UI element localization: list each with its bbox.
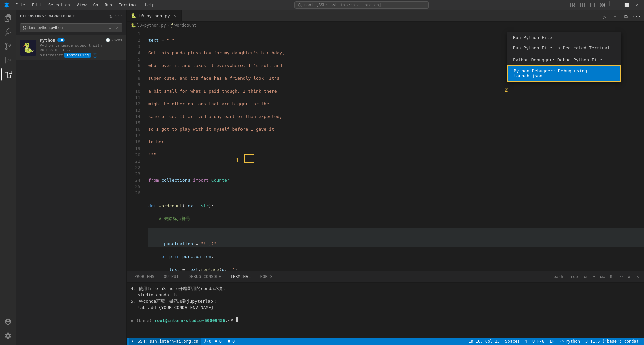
more-actions-editor-button[interactable]: ···	[632, 12, 641, 21]
line-numbers: 1 2 3 4 5 6 7 8 9 10 11 12 13 14 15 16 1…	[127, 29, 143, 271]
terminal-split-button[interactable]: ⊟	[582, 273, 589, 280]
close-button[interactable]: ✕	[632, 1, 641, 9]
dropdown-debug-python[interactable]: Python Debugger: Debug Python File	[507, 55, 621, 65]
terminal-layout-button[interactable]: ⊟⊟	[599, 273, 606, 280]
ssh-label: SSH: ssh.intern-ai.org.cn	[138, 339, 198, 344]
terminal-line-5: lab add {YOUR_CONDA_ENV_NAME}	[131, 304, 640, 311]
tab-close-button[interactable]: ✕	[172, 13, 177, 18]
terminal-more-button[interactable]: ···	[616, 273, 624, 280]
menu-run[interactable]: Run	[101, 1, 115, 9]
clear-search-button[interactable]: ≡	[107, 25, 113, 31]
activity-account[interactable]	[1, 315, 15, 328]
terminal-path: :~#	[225, 318, 236, 323]
status-ssh[interactable]: SSH: ssh.intern-ai.org.cn	[129, 338, 201, 345]
status-eol[interactable]: LF	[547, 338, 557, 345]
breadcrumb-function[interactable]: ƒ wordcount	[171, 23, 196, 28]
annotation-1: 1	[236, 158, 239, 164]
svg-rect-9	[601, 3, 602, 5]
filter-button[interactable]: ⊿	[114, 25, 120, 31]
layout-btn-1[interactable]	[568, 1, 577, 9]
tab-ports[interactable]: PORTS	[255, 272, 277, 281]
minimize-button[interactable]: ─	[612, 1, 621, 9]
run-dropdown-button[interactable]: ▾	[610, 12, 620, 21]
status-encoding[interactable]: UTF-8	[530, 338, 547, 345]
terminal-collapse-button[interactable]: ∧	[625, 273, 633, 280]
status-errors[interactable]: 0 0	[201, 338, 224, 345]
extension-search-container: ≡ ⊿	[20, 23, 122, 32]
svg-rect-4	[573, 6, 575, 7]
terminal-line-4: 5. 将conda环境一键添加到jupyterlab：	[131, 298, 640, 304]
activity-settings[interactable]	[1, 329, 15, 342]
tab-problems[interactable]: PROBLEMS	[129, 272, 159, 281]
code-line-12: from collections import Counter	[148, 177, 644, 183]
status-spaces[interactable]: Spaces: 4	[502, 338, 530, 345]
terminal-controls: bash - root ⊟ ▾ ⊟⊟ 🗑 ··· ∧ ✕	[554, 273, 641, 280]
search-text: root [SSH: ssh.intern-ai.org.cn]	[304, 3, 381, 7]
refresh-button[interactable]: ↻	[108, 13, 114, 19]
extension-timer: 🕐 282ms	[106, 38, 122, 42]
annotation-2: 2	[505, 87, 508, 93]
dropdown-divider	[507, 54, 621, 54]
dropdown-run-python-file[interactable]: Run Python File	[507, 32, 621, 43]
menu-view[interactable]: View	[73, 1, 90, 9]
menu-help[interactable]: Help	[142, 1, 158, 9]
terminal-new-button[interactable]: ▾	[590, 273, 598, 280]
run-button[interactable]: ▷	[600, 12, 609, 21]
more-actions-button[interactable]: ···	[116, 13, 122, 19]
editor-area: 🐍 l0-python.py ✕ ▷ ▾ ⧉ ··· 🐍 l0-python.p…	[127, 10, 644, 345]
split-editor-button[interactable]: ⧉	[621, 12, 631, 21]
menu-file[interactable]: File	[12, 1, 29, 9]
tab-terminal[interactable]: TERMINAL	[226, 272, 255, 281]
activity-search[interactable]	[1, 25, 15, 39]
svg-rect-2	[571, 3, 572, 7]
editor-tab-active[interactable]: 🐍 l0-python.py ✕	[127, 10, 182, 21]
tab-output[interactable]: OUTPUT	[159, 272, 183, 281]
extension-python[interactable]: 🐍 Python ID 🕐 282ms Python language supp…	[16, 35, 126, 60]
activity-extensions[interactable]	[1, 68, 15, 81]
breadcrumb: 🐍 l0-python.py › ƒ wordcount	[127, 22, 644, 29]
extension-info: Python ID 🕐 282ms Python language suppor…	[40, 38, 122, 58]
status-python-version[interactable]: 3.11.5 ('base': conda)	[583, 338, 641, 345]
code-line-17: for p in punctuation:	[148, 253, 644, 260]
tab-label: l0-python.py	[139, 13, 170, 18]
sidebar-actions: ↻ ···	[108, 13, 122, 19]
terminal-tab-bar: PROBLEMS OUTPUT DEBUG CONSOLE TERMINAL P…	[127, 271, 644, 283]
code-line-7: same price. It arrived a day earlier tha…	[148, 113, 644, 120]
maximize-button[interactable]: ⬜	[622, 1, 631, 9]
search-box[interactable]: root [SSH: ssh.intern-ai.org.cn]	[294, 1, 429, 9]
terminal-close-button[interactable]: ✕	[634, 273, 641, 280]
status-notifications[interactable]: 0	[224, 338, 237, 345]
dropdown-debug-launch[interactable]: Python Debugger: Debug using launch.json	[507, 65, 621, 82]
status-language[interactable]: Python	[557, 338, 583, 345]
tab-bar: 🐍 l0-python.py ✕ ▷ ▾ ⧉ ···	[127, 10, 644, 22]
sidebar-title: EXTENSIONS: MARKETPLACE	[20, 14, 75, 18]
terminal-user: root@intern-studio-50009486	[154, 318, 225, 323]
activity-source-control[interactable]	[1, 40, 15, 53]
breadcrumb-file[interactable]: 🐍 l0-python.py	[131, 23, 166, 28]
tab-debug-console[interactable]: DEBUG CONSOLE	[183, 272, 226, 281]
menu-go[interactable]: Go	[90, 1, 101, 9]
menu-edit[interactable]: Edit	[29, 1, 45, 9]
code-line-5: a bit small for what I paid though. I th…	[148, 88, 644, 94]
extension-icon: 🐍	[20, 40, 36, 56]
code-line-14: def wordcount(text: str):	[148, 203, 644, 209]
menu-terminal[interactable]: Terminal	[115, 1, 142, 9]
layout-btn-4[interactable]	[598, 1, 607, 9]
info-icon[interactable]: i	[93, 53, 97, 58]
extension-search-input[interactable]	[22, 25, 83, 30]
layout-btn-2[interactable]	[578, 1, 587, 9]
menu-selection[interactable]: Selection	[45, 1, 73, 9]
terminal-bash-label: bash - root	[554, 274, 580, 279]
status-position[interactable]: Ln 16, Col 25	[466, 338, 502, 345]
extension-publisher: ⚙ Microsoft Installing i	[40, 53, 122, 58]
status-bar: SSH: ssh.intern-ai.org.cn 0 0 0 Ln 16, C…	[127, 338, 644, 345]
layout-btn-3[interactable]	[588, 1, 597, 9]
dropdown-run-dedicated[interactable]: Run Python File in Dedicated Terminal	[507, 43, 621, 53]
run-dropdown-menu: Run Python File Run Python File in Dedic…	[507, 32, 621, 82]
activity-explorer[interactable]	[1, 11, 15, 25]
terminal-content[interactable]: 4. 使用InternStudio开箱即用的conda环境： studio-co…	[127, 283, 644, 338]
terminal-line-divider: ----------------------------------------…	[131, 311, 640, 317]
svg-line-1	[301, 6, 302, 7]
terminal-delete-button[interactable]: 🗑	[608, 273, 615, 280]
activity-run[interactable]	[1, 54, 15, 67]
